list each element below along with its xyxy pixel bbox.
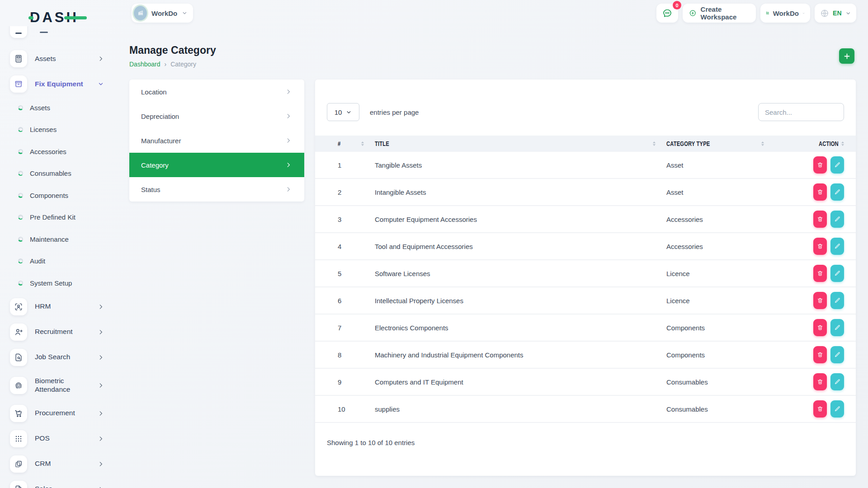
delete-button[interactable] xyxy=(813,373,827,390)
column-header-number[interactable]: # xyxy=(327,140,364,147)
sidebar-subitem-consumables[interactable]: Consumables xyxy=(0,163,118,185)
workspace-selector[interactable]: WorkDo xyxy=(132,4,193,23)
submenu-item-manufacturer[interactable]: Manufacturer xyxy=(129,128,304,153)
globe-icon xyxy=(820,9,829,18)
sidebar-item-assets[interactable]: Assets xyxy=(0,46,118,71)
company-menu-label: WorkDo xyxy=(773,9,799,17)
delete-button[interactable] xyxy=(813,265,827,282)
delete-button[interactable] xyxy=(813,292,827,309)
edit-button[interactable] xyxy=(830,292,844,309)
trash-icon xyxy=(817,352,823,358)
row-title: Intellectual Property Licenses xyxy=(364,297,656,305)
row-category-type: Asset xyxy=(656,188,764,196)
add-category-button[interactable] xyxy=(839,48,854,64)
sidebar-item-partial[interactable] xyxy=(10,26,27,38)
row-category-type: Accessories xyxy=(656,216,764,223)
column-header-action[interactable]: ACTION xyxy=(764,140,844,147)
edit-button[interactable] xyxy=(830,183,844,201)
column-header-category-type[interactable]: CATEGORY TYPE xyxy=(656,140,764,147)
sidebar-item-partial-label xyxy=(40,32,48,33)
row-number: 6 xyxy=(327,297,364,305)
messages-button[interactable]: 0 xyxy=(656,4,678,23)
pencil-icon xyxy=(834,406,840,412)
table-body: 1 Tangible Assets Asset 2 Intangible Ass… xyxy=(315,152,856,423)
row-category-type: Licence xyxy=(656,270,764,277)
sidebar-subitem-accessories[interactable]: Accessories xyxy=(0,141,118,163)
delete-button[interactable] xyxy=(813,319,827,336)
edit-button[interactable] xyxy=(830,346,844,363)
entries-per-page-select[interactable]: 10 xyxy=(327,103,359,121)
sidebar-item-hrm[interactable]: HRM xyxy=(0,294,118,319)
sidebar-subitem-assets[interactable]: Assets xyxy=(0,97,118,119)
chevron-right-icon xyxy=(285,113,292,119)
delete-button[interactable] xyxy=(813,400,827,418)
sidebar-item-job-search[interactable]: Job Search xyxy=(0,345,118,370)
sidebar-item-sales[interactable]: Sales xyxy=(0,477,118,488)
delete-button[interactable] xyxy=(813,156,827,174)
chevron-right-icon xyxy=(285,162,292,168)
search-input[interactable] xyxy=(758,103,844,121)
plus-circle-icon xyxy=(689,9,697,18)
breadcrumb-current: Category xyxy=(170,61,196,68)
chevron-right-icon xyxy=(98,410,104,417)
sidebar-item-pos[interactable]: POS xyxy=(0,426,118,451)
submenu-item-status[interactable]: Status xyxy=(129,177,304,202)
chevron-right-icon xyxy=(98,436,104,442)
company-menu[interactable]: WorkDo xyxy=(760,4,810,23)
edit-button[interactable] xyxy=(830,400,844,418)
delete-button[interactable] xyxy=(813,346,827,363)
column-header-title[interactable]: TITLE xyxy=(364,140,656,147)
edit-button[interactable] xyxy=(830,373,844,390)
edit-button[interactable] xyxy=(830,319,844,336)
create-workspace-button[interactable]: Create Workspace xyxy=(683,4,756,23)
edit-button[interactable] xyxy=(830,238,844,255)
row-actions xyxy=(764,183,844,201)
sidebar-subitem-maintenance[interactable]: Maintenance xyxy=(0,228,118,250)
page-title: Manage Category xyxy=(129,44,216,56)
sidebar-item-biometric-attendance[interactable]: Biometric Attendance xyxy=(0,370,118,401)
sidebar-subitem-system-setup[interactable]: System Setup xyxy=(0,272,118,294)
person-scan-icon xyxy=(10,298,27,315)
sidebar-item-procurement[interactable]: Procurement xyxy=(0,401,118,426)
delete-button[interactable] xyxy=(813,238,827,255)
sidebar-subitem-audit[interactable]: Audit xyxy=(0,250,118,272)
row-category-type: Components xyxy=(656,324,764,332)
trash-icon xyxy=(817,162,823,168)
overlapping-squares-icon xyxy=(10,455,27,473)
edit-button[interactable] xyxy=(830,211,844,228)
table-row: 10 supplies Consumables xyxy=(315,396,856,423)
row-number: 10 xyxy=(327,405,364,413)
row-category-type: Asset xyxy=(656,161,764,169)
sidebar-item-crm[interactable]: CRM xyxy=(0,451,118,477)
table-row: 4 Tool and Equipment Accessories Accesso… xyxy=(315,233,856,260)
sidebar-item-recruitment[interactable]: Recruitment xyxy=(0,319,118,345)
table-row: 7 Electronics Components Components xyxy=(315,314,856,342)
sidebar-subitem-licenses[interactable]: Licenses xyxy=(0,119,118,141)
row-title: Intangible Assets xyxy=(364,188,656,196)
table-controls: 10 entries per page xyxy=(327,103,844,121)
language-selector[interactable]: EN xyxy=(815,4,856,23)
entries-per-page-value: 10 xyxy=(335,108,342,116)
workspace-name: WorkDo xyxy=(151,9,177,17)
edit-button[interactable] xyxy=(830,265,844,282)
edit-button[interactable] xyxy=(830,156,844,174)
user-plus-icon xyxy=(10,324,27,341)
breadcrumb-dashboard-link[interactable]: Dashboard xyxy=(129,61,160,68)
entries-per-page-label: entries per page xyxy=(370,108,419,116)
delete-button[interactable] xyxy=(813,183,827,201)
trash-icon xyxy=(817,216,823,222)
grid-plus-icon xyxy=(766,9,769,18)
sidebar-item-fix-equipment[interactable]: Fix Equipment xyxy=(0,71,118,97)
delete-button[interactable] xyxy=(813,211,827,228)
sidebar-subitem-components[interactable]: Components xyxy=(0,184,118,206)
app-logo[interactable]: DASH xyxy=(30,11,90,24)
sidebar-subitem-pre-defined-kit[interactable]: Pre Defined Kit xyxy=(0,206,118,229)
table-row: 2 Intangible Assets Asset xyxy=(315,179,856,206)
submenu-item-location[interactable]: Location xyxy=(129,80,304,104)
trash-icon xyxy=(817,270,823,277)
pencil-icon xyxy=(834,379,840,385)
submenu-item-depreciation[interactable]: Depreciation xyxy=(129,104,304,128)
submenu-item-category[interactable]: Category xyxy=(129,153,304,177)
equipment-box-icon xyxy=(10,75,27,93)
trash-icon xyxy=(817,324,823,331)
